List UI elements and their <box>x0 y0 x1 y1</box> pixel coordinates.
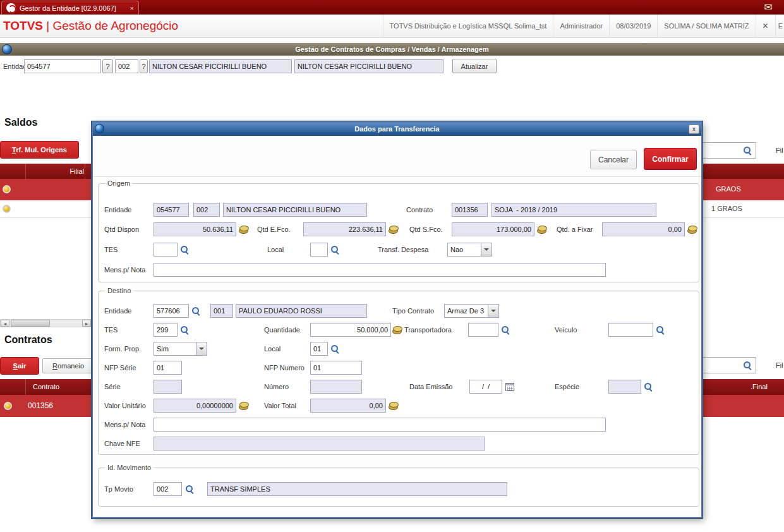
valor-total-label: Valor Total <box>264 399 296 413</box>
money-icon[interactable] <box>239 401 249 411</box>
veiculo-input[interactable] <box>608 323 653 337</box>
environment-info: TOTVS Distribuição e Logística MSSQL Sol… <box>383 15 553 37</box>
quantidade-input[interactable] <box>310 323 391 337</box>
store-code-input[interactable] <box>115 59 138 73</box>
origem-contrato-desc-field <box>492 203 656 217</box>
valor-unitario-input[interactable] <box>154 399 236 413</box>
especie-lookup-icon[interactable] <box>644 382 653 391</box>
money-icon[interactable] <box>389 401 399 411</box>
chave-nfe-label: Chave NFE <box>104 437 140 450</box>
romaneio-rest: omaneio <box>57 362 84 370</box>
entidade-lookup-icon[interactable] <box>191 306 200 315</box>
chevron-down-icon[interactable] <box>481 243 492 257</box>
local-lookup-icon[interactable] <box>330 344 339 353</box>
movimento-groupbox: Id. Movimento Tp Movto <box>98 468 699 507</box>
search-icon[interactable] <box>743 146 752 155</box>
col-filial[interactable]: Filial <box>54 167 84 175</box>
money-icon[interactable] <box>687 224 697 234</box>
local-lookup-icon[interactable] <box>330 245 339 254</box>
origem-tes-input[interactable] <box>154 243 178 257</box>
nfp-numero-input[interactable] <box>310 361 362 375</box>
tipo-contrato-value: Armaz De 3 <box>444 304 488 318</box>
especie-input[interactable] <box>608 380 641 394</box>
confirm-button[interactable]: Confirmar <box>644 148 697 170</box>
qtd-fixar-input[interactable] <box>602 222 685 236</box>
sair-button[interactable]: Sair <box>0 357 39 375</box>
brand-module: | Gestão de Agronegócio <box>46 19 178 32</box>
scroll-right-icon[interactable]: ► <box>82 320 91 327</box>
col-contrato[interactable]: Contrato <box>33 383 59 390</box>
transportadora-label: Transportadora <box>404 323 452 337</box>
qtd-efco-label: Qtd E.Fco. <box>257 222 291 236</box>
scroll-left-icon[interactable]: ◄ <box>1 320 9 327</box>
destino-local-input[interactable] <box>310 342 328 356</box>
destino-tes-input[interactable] <box>154 323 178 337</box>
scroll-thumb[interactable] <box>11 320 50 327</box>
destino-mens-input[interactable] <box>154 418 606 432</box>
origem-local-input[interactable] <box>310 243 328 257</box>
saldos-horizontal-scrollbar[interactable]: ◄ ► <box>0 319 92 327</box>
app-tab[interactable]: Gestor da Entidade [02.9.0067] × <box>1 1 139 15</box>
cancel-button[interactable]: Cancelar <box>590 150 637 169</box>
origem-contrato-label: Contrato <box>406 203 433 217</box>
money-icon[interactable] <box>392 325 402 335</box>
destino-entidade-store-input[interactable] <box>210 304 233 318</box>
tipo-contrato-select[interactable]: Armaz De 3 <box>444 304 499 318</box>
dialog-title-bar[interactable]: Dados para Transferencia x <box>93 123 701 136</box>
calendar-icon[interactable] <box>505 383 514 391</box>
transportadora-lookup-icon[interactable] <box>501 325 510 334</box>
origem-entidade-label: Entidade <box>104 203 131 217</box>
dialog-icon <box>95 124 104 133</box>
sair-rest: air <box>18 362 26 370</box>
romaneio-hotkey: R <box>52 362 57 370</box>
tp-movto-input[interactable] <box>154 482 182 496</box>
data-emissao-label: Data Emissão <box>409 380 452 394</box>
data-emissao-input[interactable] <box>469 380 502 394</box>
money-icon[interactable] <box>389 224 399 234</box>
destino-tes-label: TES <box>104 323 118 337</box>
form-prop-select[interactable]: Sim <box>154 342 207 356</box>
transportadora-input[interactable] <box>468 323 498 337</box>
entity-lookup-button[interactable]: ? <box>102 59 113 73</box>
refresh-button[interactable]: Atualizar <box>452 59 497 73</box>
tes-lookup-icon[interactable] <box>180 245 189 254</box>
valor-total-input[interactable] <box>310 399 386 413</box>
tp-movto-lookup-icon[interactable] <box>185 485 194 493</box>
tab-close-icon[interactable]: × <box>130 4 134 12</box>
column-separator <box>25 164 26 179</box>
tes-lookup-icon[interactable] <box>180 325 189 334</box>
totvs-logo-icon <box>6 3 16 13</box>
search-icon[interactable] <box>743 361 752 370</box>
money-icon[interactable] <box>537 224 547 234</box>
dialog-title: Dados para Transferencia <box>354 125 440 133</box>
money-icon[interactable] <box>239 224 249 234</box>
chevron-down-icon[interactable] <box>196 342 207 356</box>
mail-icon[interactable]: ✉ <box>764 1 773 13</box>
entity-name-field <box>149 59 292 73</box>
saldos-row-product: GRAOS <box>716 185 741 193</box>
store-lookup-button[interactable]: ? <box>140 59 148 73</box>
romaneio-button[interactable]: Romaneio <box>42 358 94 373</box>
trf-mul-origens-button[interactable]: Trf. Mul. Origens <box>0 141 79 159</box>
trf-rest: rf. Mul. Origens <box>16 146 67 154</box>
entity-code-input[interactable] <box>24 59 101 73</box>
origem-contrato-code-input[interactable] <box>452 203 488 217</box>
dialog-close-button[interactable]: x <box>689 124 699 134</box>
sair-hotkey: S <box>13 362 18 370</box>
origem-entidade-store-input[interactable] <box>193 203 220 217</box>
veiculo-lookup-icon[interactable] <box>656 325 665 334</box>
qtd-dispon-input[interactable] <box>154 222 236 236</box>
transf-despesa-select[interactable]: Nao <box>447 243 492 257</box>
col-final[interactable]: .Final <box>751 383 768 390</box>
qtd-sfco-input[interactable] <box>452 222 534 236</box>
origem-mens-input[interactable] <box>154 263 606 277</box>
app-tab-bar: Gestor da Entidade [02.9.0067] × ✉ <box>0 0 784 15</box>
destino-entidade-label: Entidade <box>104 304 131 318</box>
chevron-down-icon[interactable] <box>488 304 499 318</box>
qtd-efco-input[interactable] <box>303 222 386 236</box>
header-close-icon[interactable]: ✕ <box>756 15 775 37</box>
destino-entidade-code-input[interactable] <box>154 304 189 318</box>
origem-entidade-code-input[interactable] <box>154 203 189 217</box>
nfp-serie-input[interactable] <box>154 361 182 375</box>
user-info: Administrador <box>553 15 609 37</box>
